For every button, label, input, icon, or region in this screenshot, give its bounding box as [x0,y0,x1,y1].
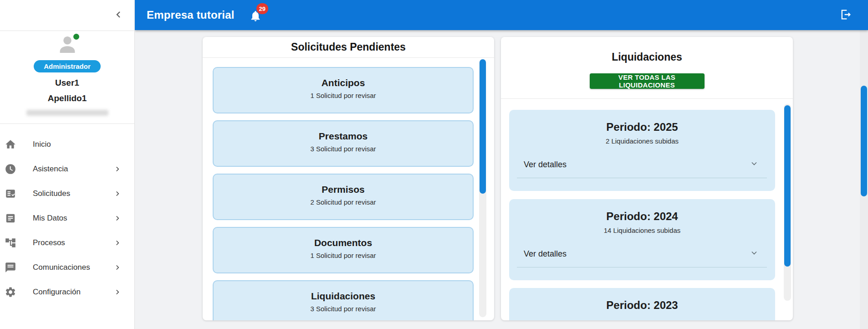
period-item-2025[interactable]: Periodo: 2025 2 Liquidaciones subidas Ve… [509,110,775,191]
period-item-2024[interactable]: Periodo: 2024 14 Liquidaciones subidas V… [509,199,775,280]
chevron-right-icon [113,288,122,296]
sidebar: Administrador User1 Apellido1 Inicio Asi… [0,0,135,329]
sidebar-item-label: Mis Datos [33,214,67,223]
pending-item-title: Permisos [214,184,473,195]
company-title: Empresa tutorial [147,9,235,21]
period-subtitle: 2 Liquidaciones subidas [509,137,775,145]
avatar [56,34,79,56]
sidebar-item-label: Comunicaciones [33,263,90,272]
pending-item-permisos[interactable]: Permisos 2 Solicitud por revisar [213,174,474,220]
clock-icon [5,163,16,175]
chat-icon [5,262,16,273]
pending-item-prestamos[interactable]: Prestamos 3 Solicitud por revisar [213,120,474,167]
pending-item-subtitle: 1 Solicitud por revisar [214,92,473,99]
user-profile: Administrador User1 Apellido1 [0,31,134,124]
online-status-dot [73,34,79,40]
pending-card-scrollbar-thumb[interactable] [480,59,486,194]
divider [517,267,767,267]
chevron-down-icon [750,159,759,170]
chevron-right-icon [113,165,122,173]
liquidaciones-card-scrollbar-thumb[interactable] [784,105,791,267]
sidebar-header [0,0,134,31]
chevron-down-icon [750,248,759,259]
document-icon [5,212,16,224]
role-badge: Administrador [34,60,101,72]
logout-button[interactable] [839,8,853,22]
user-last-name: Apellido1 [0,93,134,103]
pending-item-subtitle: 3 Solicitud por revisar [214,145,473,153]
pending-item-subtitle: 2 Solicitud por revisar [214,198,473,206]
pending-item-subtitle: 1 Solicitud por revisar [214,252,473,259]
details-label: Ver detalles [524,160,567,170]
period-details-toggle[interactable]: Ver detalles [524,159,759,170]
sidebar-item-solicitudes[interactable]: Solicitudes [0,181,134,206]
divider [501,98,793,99]
user-email-redacted [26,110,108,116]
period-subtitle: 14 Liquidaciones subidas [509,226,775,234]
logout-icon [839,15,852,22]
gear-icon [5,286,16,298]
divider [517,178,767,178]
sidebar-item-label: Asistencia [33,164,68,174]
home-icon [5,139,16,150]
chevron-left-icon [113,15,124,21]
list-check-icon [5,188,16,200]
pending-item-title: Anticipos [214,77,473,88]
chevron-right-icon [113,190,122,198]
pending-item-subtitle: 3 Solicitud por revisar [214,305,473,313]
sidebar-item-procesos[interactable]: Procesos [0,231,134,255]
bell-icon [249,16,262,24]
sidebar-item-label: Solicitudes [33,189,70,198]
chevron-right-icon [113,263,122,272]
pending-requests-card: Solicitudes Pendientes Anticipos 1 Solic… [203,37,494,320]
period-details-toggle[interactable]: Ver detalles [524,248,759,259]
sidebar-item-label: Configuración [33,288,81,297]
sidebar-item-mis-datos[interactable]: Mis Datos [0,206,134,231]
sidebar-item-label: Inicio [33,140,51,149]
details-label: Ver detalles [524,249,567,259]
period-title: Periodo: 2024 [509,210,775,223]
liquidaciones-card: Liquidaciones VER TODAS LAS LIQUIDACIONE… [501,37,793,320]
card-title: Liquidaciones [501,37,793,63]
chevron-right-icon [113,239,122,247]
pending-item-title: Liquidaciones [214,291,473,302]
app-screen: Empresa tutorial 29 A [0,0,868,329]
period-title: Periodo: 2025 [509,121,775,134]
notifications-button[interactable]: 29 [249,7,265,23]
pending-item-title: Prestamos [214,131,473,142]
sidebar-item-comunicaciones[interactable]: Comunicaciones [0,255,134,280]
notification-badge: 29 [256,3,268,14]
chevron-right-icon [113,214,122,222]
sidebar-item-label: Procesos [33,238,65,247]
period-item-2023[interactable]: Periodo: 2023 [509,288,775,320]
card-title: Solicitudes Pendientes [203,37,494,53]
user-first-name: User1 [0,78,134,88]
pending-item-title: Documentos [214,237,473,248]
period-title: Periodo: 2023 [509,299,775,312]
sidebar-item-configuracion[interactable]: Configuración [0,280,134,304]
pending-item-anticipos[interactable]: Anticipos 1 Solicitud por revisar [213,67,474,113]
view-all-liquidaciones-button[interactable]: VER TODAS LAS LIQUIDACIONES [590,73,705,89]
topbar: Empresa tutorial 29 [135,0,868,30]
pending-item-liquidaciones[interactable]: Liquidaciones 3 Solicitud por revisar [213,280,474,320]
hierarchy-icon [5,237,16,249]
page-scrollbar-thumb[interactable] [861,86,867,196]
sidebar-nav: Inicio Asistencia Solicitudes [0,124,134,304]
sidebar-item-asistencia[interactable]: Asistencia [0,157,134,181]
collapse-sidebar-button[interactable] [112,9,124,21]
divider [203,57,494,58]
pending-item-documentos[interactable]: Documentos 1 Solicitud por revisar [213,227,474,273]
sidebar-item-inicio[interactable]: Inicio [0,132,134,157]
